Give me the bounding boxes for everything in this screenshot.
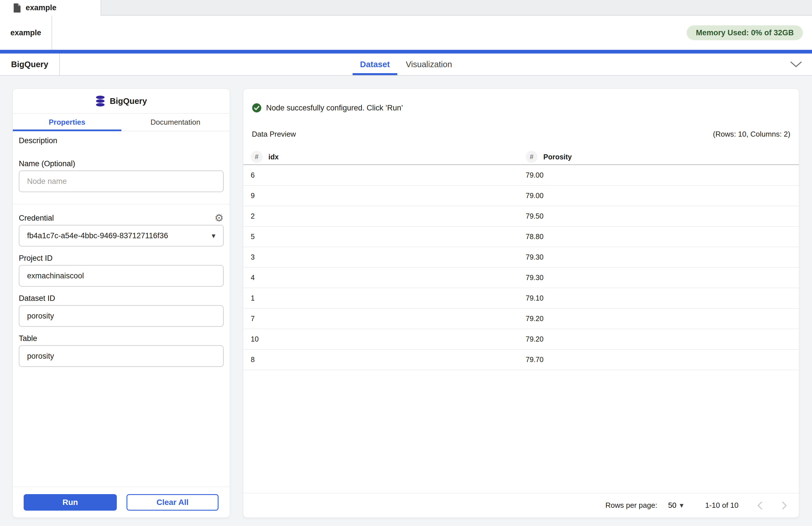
gear-icon[interactable]: ⚙ [215, 213, 224, 223]
cell-idx: 4 [243, 273, 526, 282]
cell-porosity: 78.80 [526, 232, 799, 241]
data-preview-panel: Node succesfully configured. Click ’Run’… [243, 89, 799, 518]
preview-title: Data Preview [252, 130, 296, 139]
success-check-icon [252, 103, 262, 113]
cell-porosity: 79.70 [526, 356, 799, 364]
project-id-input[interactable] [19, 265, 224, 287]
project-id-label: Project ID [19, 254, 224, 263]
table-row[interactable]: 4 79.30 [243, 268, 799, 288]
rows-per-page-value: 50 [668, 501, 676, 510]
file-tab[interactable]: example [0, 0, 101, 16]
cell-idx: 9 [243, 192, 526, 200]
preview-rows: 6 79.00 9 79.00 2 79.50 5 78.80 3 79.30 [243, 165, 799, 370]
memory-usage-badge: Memory Used: 0% of 32GB [687, 25, 803, 40]
chevron-down-icon: ▾ [680, 501, 683, 510]
preview-header: Data Preview (Rows: 10, Columns: 2) [243, 130, 799, 139]
cell-porosity: 79.30 [526, 253, 799, 261]
table-row[interactable]: 5 78.80 [243, 227, 799, 247]
document-icon [13, 3, 20, 13]
status-row: Node succesfully configured. Click ’Run’ [243, 89, 799, 113]
credential-label-row: Credential ⚙ [19, 213, 224, 223]
preview-summary: (Rows: 10, Columns: 2) [713, 130, 791, 139]
panel-title-row: BigQuery [13, 89, 230, 114]
clear-all-button[interactable]: Clear All [127, 494, 219, 511]
tab-strip-background [101, 0, 812, 16]
panel-title: BigQuery [110, 96, 147, 106]
panel-footer: Run Clear All [13, 487, 230, 517]
node-name-label: BigQuery [0, 54, 60, 75]
credential-select[interactable]: fb4a1c7c-a54e-4bbc-9469-837127116f36 ▾ [19, 225, 224, 246]
cell-idx: 10 [243, 335, 526, 343]
numeric-type-icon: # [251, 151, 263, 163]
page-range-label: 1-10 of 10 [705, 501, 739, 510]
cell-idx: 7 [243, 315, 526, 323]
column-header-porosity[interactable]: # Porosity [526, 151, 799, 163]
cell-idx: 2 [243, 212, 526, 220]
dataset-id-label: Dataset ID [19, 294, 224, 303]
numeric-type-icon: # [526, 151, 538, 163]
column-label: Porosity [543, 153, 572, 161]
credential-label: Credential [19, 214, 54, 223]
credential-value: fb4a1c7c-a54e-4bbc-9469-837127116f36 [27, 231, 168, 240]
node-name-input[interactable] [19, 170, 224, 192]
table-input[interactable] [19, 345, 224, 367]
table-row[interactable]: 8 79.70 [243, 349, 799, 370]
previous-page-button[interactable] [757, 501, 763, 510]
description-label: Description [19, 136, 224, 145]
file-tab-label: example [26, 3, 56, 12]
table-label: Table [19, 334, 224, 343]
cell-idx: 8 [243, 356, 526, 364]
table-header: # idx # Porosity [243, 149, 799, 165]
status-message: Node succesfully configured. Click ’Run’ [266, 104, 403, 112]
column-header-idx[interactable]: # idx [243, 151, 526, 163]
name-field-label: Name (Optional) [19, 160, 224, 168]
tab-properties[interactable]: Properties [13, 114, 121, 131]
tab-dataset[interactable]: Dataset [360, 54, 390, 75]
table-row[interactable]: 2 79.50 [243, 206, 799, 227]
table-row[interactable]: 9 79.00 [243, 185, 799, 206]
chevron-down-icon: ▾ [212, 231, 215, 240]
next-page-button[interactable] [781, 501, 787, 510]
table-row[interactable]: 10 79.20 [243, 329, 799, 349]
cell-porosity: 79.00 [526, 171, 799, 179]
table-row[interactable]: 3 79.30 [243, 247, 799, 268]
cell-porosity: 79.20 [526, 335, 799, 343]
cell-idx: 6 [243, 171, 526, 179]
table-row[interactable]: 6 79.00 [243, 165, 799, 185]
view-tabs: Dataset Visualization [360, 54, 452, 75]
tab-visualization[interactable]: Visualization [406, 54, 452, 75]
workspace-header: example Memory Used: 0% of 32GB [0, 16, 812, 50]
content-area: BigQuery Properties Documentation Descri… [0, 76, 812, 526]
cell-porosity: 79.50 [526, 212, 799, 220]
tab-documentation[interactable]: Documentation [121, 114, 230, 131]
column-label: idx [269, 153, 279, 161]
rows-per-page-select[interactable]: 50 ▾ [668, 501, 683, 510]
panel-body: Description Name (Optional) Credential ⚙… [13, 131, 230, 487]
cell-idx: 3 [243, 253, 526, 261]
page-root: { "window": { "tab_title": "example", "w… [0, 0, 812, 526]
cell-porosity: 79.30 [526, 273, 799, 282]
cell-porosity: 79.00 [526, 192, 799, 200]
rows-per-page-label: Rows per page: [606, 501, 657, 510]
dataset-id-input[interactable] [19, 305, 224, 327]
collapse-chevron-icon[interactable] [790, 61, 802, 68]
cell-porosity: 79.10 [526, 294, 799, 302]
table-row[interactable]: 1 79.10 [243, 288, 799, 309]
run-button[interactable]: Run [24, 494, 117, 511]
workspace-label[interactable]: example [0, 16, 52, 50]
cell-idx: 5 [243, 232, 526, 241]
table-row[interactable]: 7 79.20 [243, 309, 799, 329]
panel-tabs: Properties Documentation [13, 114, 230, 131]
accent-divider-bar [0, 50, 812, 54]
node-config-panel: BigQuery Properties Documentation Descri… [13, 89, 230, 518]
bigquery-database-icon [96, 95, 105, 107]
file-tab-strip: example [0, 0, 812, 16]
node-navbar: BigQuery Dataset Visualization [0, 54, 812, 76]
pagination-bar: Rows per page: 50 ▾ 1-10 of 10 [243, 493, 799, 517]
cell-idx: 1 [243, 294, 526, 302]
cell-porosity: 79.20 [526, 315, 799, 323]
